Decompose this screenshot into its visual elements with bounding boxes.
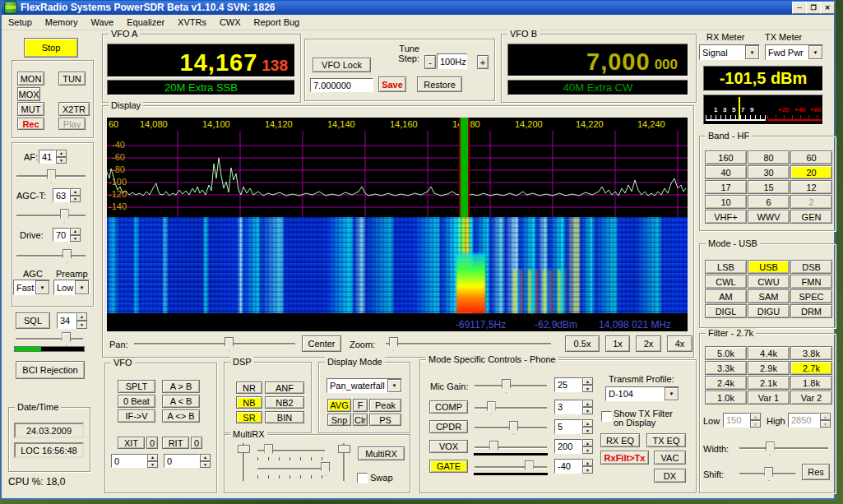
menu-memory[interactable]: Memory: [39, 16, 85, 29]
multirx-button[interactable]: MultiRX: [358, 446, 405, 460]
snap-button[interactable]: Snp: [327, 414, 351, 426]
pan-slider[interactable]: [132, 336, 297, 349]
rit-stepper[interactable]: 0 ▲▼: [164, 454, 211, 468]
tx-eq-button[interactable]: TX EQ: [646, 433, 686, 447]
tun-button[interactable]: TUN: [58, 72, 86, 86]
vox-stepper[interactable]: 200 ▲▼: [554, 439, 593, 454]
filter-1-8k-button[interactable]: 1.8k: [790, 376, 832, 390]
spectrum-panadapter[interactable]: -40 -60 -80 -100 -120 -140: [107, 131, 688, 217]
vfo-a-frequency-display[interactable]: 14,167138: [107, 44, 295, 77]
filter-4-4k-button[interactable]: 4.4k: [748, 346, 790, 360]
swap-checkbox[interactable]: [357, 473, 368, 483]
if-to-vfo-button[interactable]: IF->V: [118, 409, 155, 423]
drive-stepper[interactable]: 70 ▲▼: [53, 228, 81, 242]
sql-slider[interactable]: [14, 331, 85, 344]
clear-button[interactable]: Clr: [353, 414, 368, 426]
mode-cwl-button[interactable]: CWL: [705, 275, 747, 289]
filter-5k-button[interactable]: 5.0k: [705, 346, 747, 360]
display-mode-select[interactable]: Pan_waterfall▼: [327, 378, 402, 393]
cpdr-stepper[interactable]: 5 ▲▼: [554, 419, 593, 434]
af-stepper[interactable]: 41 ▲▼: [39, 150, 67, 164]
band-vhf-button[interactable]: VHF+: [705, 210, 747, 224]
bci-rejection-button[interactable]: BCI Rejection: [16, 361, 85, 379]
title-bar[interactable]: SDR FlexRadio Systems PowerSDR Beta v1.1…: [2, 0, 834, 15]
menu-setup[interactable]: Setup: [2, 16, 39, 29]
filter-3-3k-button[interactable]: 3.3k: [705, 361, 747, 375]
filter-2-4k-button[interactable]: 2.4k: [705, 376, 747, 390]
mic-gain-stepper[interactable]: 25 ▲▼: [554, 377, 593, 392]
play-button[interactable]: Play: [58, 118, 86, 130]
band-160-button[interactable]: 160: [705, 150, 747, 164]
transmit-profile-select[interactable]: D-104▼: [605, 386, 679, 401]
a-swap-b-button[interactable]: A <> B: [162, 409, 200, 423]
sql-stepper[interactable]: 34 ▲▼: [57, 312, 87, 329]
mode-dsb-button[interactable]: DSB: [790, 260, 832, 274]
cpdr-button[interactable]: CPDR: [429, 420, 468, 433]
tx-meter-select[interactable]: Fwd Pwr▼: [765, 44, 823, 60]
mode-digu-button[interactable]: DIGU: [748, 304, 790, 318]
zero-beat-button[interactable]: 0 Beat: [118, 395, 155, 408]
zoom-0-5x-button[interactable]: 0.5x: [565, 335, 600, 352]
comp-stepper[interactable]: 3 ▲▼: [554, 400, 593, 414]
mic-gain-slider[interactable]: [473, 378, 549, 391]
mut-button[interactable]: MUT: [17, 102, 44, 116]
nr-button[interactable]: NR: [236, 381, 262, 394]
comp-slider[interactable]: [473, 400, 549, 414]
close-icon[interactable]: ✕: [820, 2, 835, 14]
display-area[interactable]: 60 14,080 14,100 14,120 14,140 14,160 14…: [107, 118, 688, 331]
peak-button[interactable]: Peak: [369, 399, 401, 412]
x2tr-button[interactable]: X2TR: [58, 102, 90, 116]
preamp-select[interactable]: Low▼: [53, 280, 90, 295]
avg-button[interactable]: AVG: [327, 399, 351, 412]
nb2-button[interactable]: NB2: [265, 396, 304, 409]
band-30-button[interactable]: 30: [748, 165, 790, 179]
gate-slider[interactable]: [473, 460, 549, 473]
rit-zero-button[interactable]: 0: [191, 437, 202, 449]
filter-2-1k-button[interactable]: 2.1k: [748, 376, 790, 390]
rxfilt-to-tx-button[interactable]: RxFilt>Tx: [600, 451, 649, 465]
xit-button[interactable]: XIT: [118, 437, 145, 449]
maximize-icon[interactable]: ❐: [806, 2, 821, 14]
filter-low-stepper[interactable]: 150 ▲▼: [723, 413, 761, 428]
rit-button[interactable]: RIT: [162, 437, 189, 449]
band-10-button[interactable]: 10: [705, 195, 747, 209]
mode-drm-button[interactable]: DRM: [790, 304, 832, 318]
band-15-button[interactable]: 15: [748, 180, 790, 194]
f-button[interactable]: F: [353, 399, 368, 412]
mode-fmn-button[interactable]: FMN: [790, 275, 832, 289]
filter-shift-slider[interactable]: [738, 466, 797, 479]
frequency-entry-field[interactable]: 7.000000: [310, 78, 373, 92]
pan-center-button[interactable]: Center: [302, 335, 341, 352]
rx-eq-button[interactable]: RX EQ: [600, 433, 640, 447]
split-button[interactable]: SPLT: [118, 380, 155, 393]
minimize-icon[interactable]: ─: [792, 2, 807, 14]
filter-var2-button[interactable]: Var 2: [790, 391, 832, 405]
filter-3-8k-button[interactable]: 3.8k: [790, 346, 832, 360]
b-to-a-button[interactable]: A < B: [162, 395, 200, 408]
gate-button[interactable]: GATE: [429, 460, 468, 473]
save-button[interactable]: Save: [378, 76, 406, 92]
filter-reset-button[interactable]: Res: [802, 464, 830, 480]
agct-slider[interactable]: [15, 208, 87, 221]
band-20-button[interactable]: 20: [790, 165, 832, 179]
a-to-b-button[interactable]: A > B: [162, 380, 200, 393]
xit-zero-button[interactable]: 0: [146, 437, 158, 449]
anf-button[interactable]: ANF: [265, 381, 304, 394]
drive-slider[interactable]: [15, 248, 87, 261]
restore-button[interactable]: Restore: [417, 76, 462, 92]
multirx-gain-slider-left[interactable]: [238, 442, 249, 483]
waterfall[interactable]: [107, 217, 688, 313]
filter-passband-cursor[interactable]: [459, 118, 470, 217]
mon-button[interactable]: MON: [17, 72, 44, 86]
vac-button[interactable]: VAC: [654, 451, 686, 465]
multirx-pan-slider-top[interactable]: [256, 443, 327, 455]
sr-button[interactable]: SR: [236, 411, 262, 423]
vox-slider[interactable]: [473, 440, 549, 453]
dx-button[interactable]: DX: [654, 469, 686, 483]
menu-equalizer[interactable]: Equalizer: [120, 16, 171, 29]
agc-select[interactable]: Fast▼: [13, 280, 50, 295]
mox-button[interactable]: MOX: [17, 87, 40, 101]
mode-am-button[interactable]: AM: [705, 289, 747, 303]
filter-var1-button[interactable]: Var 1: [748, 391, 790, 405]
nb-button[interactable]: NB: [236, 396, 262, 409]
